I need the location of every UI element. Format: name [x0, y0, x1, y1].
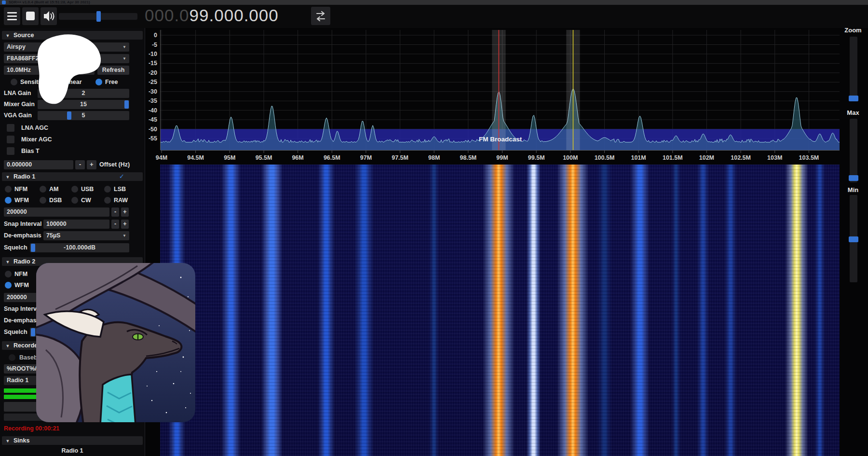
stop-button[interactable]: [22, 7, 39, 25]
svg-text:103M: 103M: [767, 154, 782, 161]
radio-circle-icon: [104, 197, 111, 204]
mode-label: AM: [49, 185, 58, 193]
svg-text:95.5M: 95.5M: [256, 154, 272, 161]
squelch-handle[interactable]: [31, 328, 35, 336]
waterfall-signal-streak: [557, 165, 589, 456]
sinks-section-header[interactable]: ▼Sinks: [2, 436, 143, 445]
bias-t-row: Bias T: [0, 147, 145, 156]
svg-text:100M: 100M: [563, 154, 578, 161]
svg-text:-40: -40: [149, 107, 157, 114]
svg-text:99M: 99M: [496, 154, 508, 161]
lna-agc-row: LNA AGC: [0, 124, 145, 133]
snap-plus-button[interactable]: +: [121, 220, 129, 229]
radio1-squelch-row: Squelch -100.000dB: [0, 243, 145, 252]
svg-text:100.5M: 100.5M: [595, 154, 615, 161]
radio-circle-icon: [71, 197, 78, 204]
window-title: SDR++ v1.0.4 (Built at 15:51:28, Apr 30 …: [9, 0, 90, 5]
volume-mute-button[interactable]: [41, 7, 57, 25]
waterfall-signal-streak: [671, 165, 681, 456]
mode-label: RAW: [114, 196, 128, 205]
radio-circle-icon: [5, 186, 12, 193]
radio-circle-icon: [40, 186, 46, 193]
deemphasis-select[interactable]: 75µS ▼: [43, 231, 129, 240]
squelch-slider[interactable]: -100.000dB: [30, 243, 129, 252]
waterfall-signal-streak: [429, 165, 439, 456]
dropdown-arrow-icon: ▼: [122, 54, 126, 63]
svg-text:97.5M: 97.5M: [392, 154, 408, 161]
radio1-mode-grid: NFMAMUSBLSBWFMDSBCWRAW: [0, 185, 145, 205]
waterfall-signal-streak: [630, 165, 650, 456]
snap-interval-input[interactable]: 100000: [43, 220, 109, 229]
mode-label: NFM: [14, 185, 27, 193]
mode-label: CW: [81, 196, 91, 205]
waterfall-display[interactable]: [160, 165, 840, 456]
waterfall-signal-streak: [724, 165, 737, 456]
collapse-arrow-icon: ▼: [2, 258, 14, 266]
mode-label: DSB: [49, 196, 62, 205]
mode-label: USB: [81, 185, 94, 193]
sink-stream-name: Radio 1: [2, 447, 143, 454]
svg-text:0: 0: [154, 32, 157, 39]
lna-agc-checkbox[interactable]: [7, 124, 14, 132]
frequency-display[interactable]: 000.099.000.000: [145, 6, 279, 25]
radio-circle-icon: [5, 271, 12, 277]
bandwidth-input[interactable]: 200000: [4, 207, 109, 217]
offset-minus-button[interactable]: -: [75, 160, 85, 169]
frequency-dim-digits: 000.0: [145, 6, 190, 25]
window-titlebar: SDR++ v1.0.4 (Built at 15:51:28, Apr 30 …: [0, 0, 868, 5]
svg-text:-25: -25: [149, 79, 157, 85]
radio1-bandwidth-row: 200000 - +: [0, 207, 145, 217]
svg-text:FM Broadcast: FM Broadcast: [479, 136, 522, 143]
svg-text:102.5M: 102.5M: [731, 154, 751, 161]
frequency-bright-digits: 99.000.000: [190, 6, 279, 25]
waterfall-signal-streak: [814, 165, 825, 456]
offset-input[interactable]: 0.000000: [4, 160, 73, 169]
svg-text:103.5M: 103.5M: [799, 154, 819, 161]
waterfall-signal-streak: [221, 165, 241, 456]
offset-plus-button[interactable]: +: [87, 160, 96, 169]
vga-gain-slider[interactable]: 5: [38, 111, 129, 120]
dropdown-arrow-icon: ▼: [122, 42, 126, 52]
svg-text:101M: 101M: [631, 154, 646, 161]
waterfall-signal-streak: [527, 165, 541, 456]
svg-text:-35: -35: [149, 97, 157, 104]
min-slider-handle[interactable]: [849, 236, 858, 242]
radio-circle-icon: [5, 282, 12, 289]
svg-text:94M: 94M: [156, 154, 167, 161]
mode-label: WFM: [14, 196, 29, 205]
svg-text:95M: 95M: [224, 154, 235, 161]
gain-mode-sensitive-radio[interactable]: [11, 79, 17, 85]
offset-row: 0.000000 - + Offset (Hz): [0, 160, 145, 169]
collapse-arrow-icon: ▼: [2, 31, 14, 40]
radio1-section-header[interactable]: ▼Radio 1 ✓: [2, 172, 143, 181]
dropdown-arrow-icon: ▼: [122, 231, 126, 240]
svg-text:101.5M: 101.5M: [663, 154, 683, 161]
radio-circle-icon: [40, 197, 46, 204]
volume-slider-handle[interactable]: [96, 11, 101, 22]
stop-icon: [26, 12, 35, 20]
bias-t-checkbox[interactable]: [7, 147, 14, 155]
mixer-agc-checkbox[interactable]: [7, 136, 14, 143]
svg-text:94.5M: 94.5M: [187, 154, 204, 161]
svg-text:97M: 97M: [360, 154, 372, 161]
bandwidth-minus-button[interactable]: -: [111, 207, 119, 217]
menu-icon: [7, 12, 17, 22]
radio-circle-icon: [5, 197, 12, 204]
speaker-icon: [41, 7, 57, 25]
baseband-radio[interactable]: [9, 354, 15, 361]
svg-text:98M: 98M: [428, 154, 440, 161]
bandwidth-plus-button[interactable]: +: [121, 207, 129, 217]
waterfall-signal-streak: [697, 165, 709, 456]
mixer-agc-row: Mixer AGC: [0, 135, 145, 144]
svg-text:-30: -30: [149, 88, 157, 95]
volume-slider[interactable]: [59, 13, 137, 20]
collapse-arrow-icon: ▼: [2, 173, 14, 181]
max-slider-handle[interactable]: [849, 175, 858, 181]
sdrpp-window: SDR++ v1.0.4 (Built at 15:51:28, Apr 30 …: [0, 0, 868, 456]
snap-minus-button[interactable]: -: [111, 220, 119, 229]
waterfall-signal-streak: [354, 165, 374, 456]
menu-button[interactable]: [4, 7, 20, 25]
tuning-mode-button[interactable]: [311, 7, 330, 25]
module-enabled-check-icon[interactable]: ✓: [119, 172, 124, 181]
app-icon: [2, 0, 6, 4]
